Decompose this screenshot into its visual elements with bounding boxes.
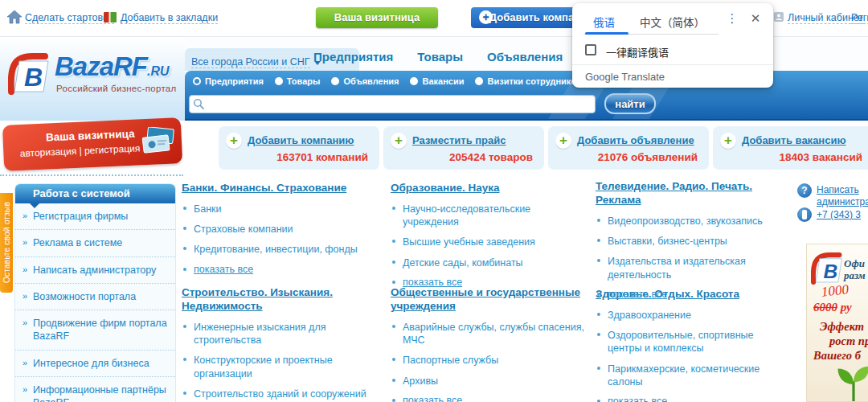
vizitnica-banner[interactable]: Ваша визитница авторизация | регистрация <box>2 117 182 171</box>
add-ad-link[interactable]: Добавить объявление <box>577 134 694 146</box>
tab-ads[interactable]: Объявления <box>487 50 563 64</box>
category-link[interactable]: Научно-исследовательские учреждения <box>391 203 584 229</box>
radio-enterprises[interactable]: Предприятия <box>193 76 264 86</box>
dotted-separator <box>0 174 183 176</box>
radio-goods[interactable]: Товары <box>275 76 321 86</box>
sidebar-title: Работа с системой <box>15 184 175 203</box>
add-price-link[interactable]: Разместить прайс <box>412 134 506 146</box>
category-link[interactable]: Издательства и издательская деятельность <box>596 255 783 281</box>
card-add-price: Разместить прайс 205424 товаров <box>383 126 544 170</box>
category-link[interactable]: Детские сады, комбинаты <box>391 256 584 269</box>
radio-business-cards[interactable]: Визитки сотрудников <box>475 76 581 86</box>
svg-text:B: B <box>24 63 43 92</box>
svg-text:B: B <box>823 260 837 282</box>
always-translate-checkbox[interactable] <box>585 44 596 55</box>
phone-icon <box>797 207 812 222</box>
sidebar-item-advertising[interactable]: Реклама в системе <box>15 230 175 256</box>
show-all-link[interactable]: показать все <box>182 264 379 275</box>
category-link[interactable]: Архивы <box>391 375 584 388</box>
show-all-link[interactable]: показать все <box>596 396 783 402</box>
write-admin-link[interactable]: Написать администратору <box>817 184 868 208</box>
search-input[interactable] <box>189 95 596 113</box>
sprout-icon <box>833 360 868 402</box>
category-link[interactable]: Строительство зданий и сооружений <box>182 388 379 400</box>
promo-banner[interactable]: B Офи разм 1000 6000 ру Эффект рост пр В… <box>806 244 868 402</box>
category-link[interactable]: Выставки, бизнес-центры <box>596 235 783 248</box>
auth-register-links[interactable]: авторизация | регистрация <box>20 142 141 159</box>
category-link[interactable]: Банки <box>182 203 379 215</box>
close-icon[interactable] <box>747 11 764 29</box>
category-link[interactable]: Здравоохранение <box>596 309 783 322</box>
card-add-ad: Добавить объявление 21076 объявлений <box>548 126 709 170</box>
radio-selected-icon <box>193 77 201 85</box>
radio-vacancies[interactable]: Вакансии <box>410 76 464 86</box>
sidebar-item-write-admin[interactable]: Написать администратору <box>15 257 175 284</box>
phone-link[interactable]: +7 (343) 3 <box>817 209 868 220</box>
green-plus-icon <box>226 133 242 149</box>
tab-goods[interactable]: Товары <box>417 50 463 64</box>
bazarf-logo-icon: B <box>8 53 50 95</box>
category-link[interactable]: Страховые компании <box>182 223 379 236</box>
bazarf-portal-page: Сделать стартовой Добавить в закладки Ва… <box>0 0 868 402</box>
category-title[interactable]: Банки. Финансы. Страхование <box>182 182 346 195</box>
bookmark-icon <box>102 9 118 25</box>
category-link[interactable]: Видеопроизводство, звукозапись <box>596 215 783 228</box>
radio-icon <box>331 77 339 85</box>
vizitnica-banner-title: Ваша визитница <box>46 128 135 144</box>
logo-text: BazaRF.RU <box>55 51 170 82</box>
always-translate-label: 一律翻译俄语 <box>606 44 669 59</box>
logo[interactable]: B BazaRF.RU Российский бизнес-портал <box>8 51 181 108</box>
make-home-link[interactable]: Сделать стартовой <box>25 12 114 24</box>
sidebar-item-promotion[interactable]: Продвижение фирм портала BazaRF <box>15 310 175 351</box>
vizitnica-button[interactable]: Ваша визитница <box>316 7 438 28</box>
radio-icon <box>410 77 418 85</box>
category-link[interactable]: Оздоровительные, спортивные центры и ком… <box>596 329 783 355</box>
category-link[interactable]: Аварийные службы, службы спасения, МЧС <box>391 321 584 347</box>
search-button[interactable]: найти <box>604 93 656 114</box>
show-all-link[interactable]: показать все <box>391 395 584 402</box>
registration-link[interactable]: Регистрация <box>851 12 868 24</box>
add-bookmark-link[interactable]: Добавить в закладки <box>121 12 218 24</box>
radio-ads[interactable]: Объявления <box>331 76 399 86</box>
category-title[interactable]: Строительство. Изыскания. Недвижимость <box>182 286 379 314</box>
category-title[interactable]: Общественные и государственные учреждени… <box>391 286 584 314</box>
popup-divider <box>572 64 773 65</box>
category-link[interactable]: Паспортные службы <box>391 354 584 367</box>
show-all-link[interactable]: показать все <box>391 277 584 288</box>
category-title[interactable]: Телевидение. Радио. Печать. Реклама <box>596 180 783 207</box>
action-cards: Добавить компанию 163701 компаний Размес… <box>219 126 868 170</box>
sidebar: Работа с системой Регистрация фирмы Рекл… <box>14 183 176 402</box>
promo-text: разм <box>844 269 866 282</box>
sidebar-item-portal-features[interactable]: Возможности портала <box>15 284 175 310</box>
card-add-company: Добавить компанию 163701 компаний <box>219 126 379 170</box>
cabinet-icon <box>773 11 784 23</box>
google-translate-popup: 俄语 中文（简体） 一律翻译俄语 Google Translate <box>572 3 773 88</box>
bazarf-logo-icon: B <box>811 252 843 285</box>
promo-text: рост пр <box>829 334 868 348</box>
category-link[interactable]: Парикмахерские, косметические салоны <box>596 363 783 389</box>
category-link[interactable]: Высшие учебные заведения <box>391 236 584 248</box>
category-health: Здоровье. Отдых. Красота Здравоохранение… <box>596 286 794 402</box>
sidebar-item-info-partners[interactable]: Информационные партнёры BazaRF <box>15 377 175 402</box>
kebab-menu-icon[interactable] <box>725 11 739 29</box>
add-vacancy-link[interactable]: Добавить вакансию <box>742 134 846 146</box>
show-all-link[interactable]: показать все <box>596 289 783 300</box>
promo-new-price: 1000 <box>821 281 850 300</box>
add-company-link[interactable]: Добавить компанию <box>248 134 354 146</box>
radio-icon <box>475 77 483 85</box>
cities-link[interactable]: Все города России и СНГ <box>191 56 310 68</box>
feedback-tab[interactable]: Оставьте свой отзыв <box>0 193 13 293</box>
sidebar-item-register-firm[interactable]: Регистрация фирмы <box>15 203 175 230</box>
translate-tab-source[interactable]: 俄语 <box>593 14 615 30</box>
companies-count: 163701 компаний <box>276 151 368 163</box>
promo-old-price: 6000 ру <box>813 301 852 314</box>
translate-tab-target[interactable]: 中文（简体） <box>640 14 705 30</box>
tab-enterprises[interactable]: Предприятия <box>313 50 393 64</box>
category-link[interactable]: Инженерные изыскания для строительства <box>182 321 379 347</box>
category-link[interactable]: Кредитование, инвестиции, фонды <box>182 243 379 256</box>
green-plus-icon <box>720 133 736 149</box>
category-link[interactable]: Конструкторские и проектные организации <box>182 354 379 380</box>
sidebar-item-business-interest[interactable]: Интересное для бизнеса <box>15 351 175 377</box>
categories-grid: Банки. Финансы. Страхование Банки Страхо… <box>182 180 794 402</box>
category-title[interactable]: Образование. Наука <box>391 182 500 195</box>
